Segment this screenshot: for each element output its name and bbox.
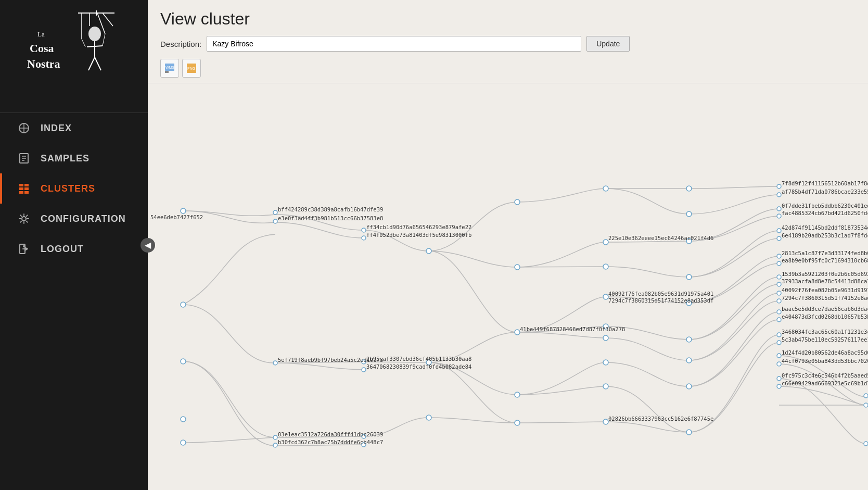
svg-text:7f8d9f12f41156512b60ab17f8d85f: 7f8d9f12f41156512b60ab17f8d85fe9: [782, 180, 868, 186]
svg-rect-25: [24, 184, 29, 186]
svg-point-50: [362, 236, 366, 240]
svg-point-96: [777, 341, 781, 345]
svg-point-83: [777, 207, 781, 211]
svg-point-55: [426, 248, 431, 254]
svg-point-97: [777, 354, 781, 358]
svg-point-90: [777, 282, 781, 286]
png-export-button[interactable]: PNG: [182, 59, 201, 78]
sidebar-item-logout-label: LOGOUT: [41, 244, 84, 255]
sidebar-item-samples[interactable]: SAMPLES: [0, 143, 148, 173]
svg-text:41be449f687828466ed7d87f0f30a2: 41be449f687828466ed7d87f0f30a278: [520, 326, 625, 332]
sidebar-item-configuration-label: CONFIGURATION: [41, 213, 126, 224]
svg-point-43: [181, 440, 186, 445]
svg-point-30: [22, 217, 26, 221]
svg-point-75: [686, 274, 692, 280]
svg-text:WMS: WMS: [165, 66, 174, 69]
sidebar-collapse-button[interactable]: ◀: [141, 238, 155, 253]
sidebar-nav: INDEX SAMPLES: [0, 113, 148, 264]
svg-rect-36: [165, 71, 169, 73]
update-button[interactable]: Update: [586, 36, 630, 52]
svg-text:1d24f4d20b80562de46a8ac95d0f8c: 1d24f4d20b80562de46a8ac95d0f8c2: [782, 349, 868, 356]
svg-point-64: [603, 240, 608, 245]
svg-rect-24: [19, 184, 23, 186]
svg-point-103: [864, 442, 868, 446]
svg-point-98: [777, 362, 781, 366]
svg-rect-26: [19, 187, 23, 190]
svg-point-99: [777, 376, 781, 381]
svg-text:La: La: [37, 30, 45, 38]
sidebar-item-index[interactable]: INDEX: [0, 113, 148, 143]
top-bar: View cluster Description: Update WMS PNG: [148, 0, 868, 83]
svg-text:0fc975c3c4e6c546b4f2b5aaed50dd: 0fc975c3c4e6c546b4f2b5aaed50dd78: [782, 372, 868, 379]
svg-point-60: [515, 330, 520, 335]
svg-rect-28: [19, 191, 23, 194]
svg-text:bff424289c38d389a8cafb16b47dfe: bff424289c38d389a8cafb16b47dfe39: [278, 206, 383, 212]
svg-text:ff34cb1d90d76a656546293e879afe: ff34cb1d90d76a656546293e879afe22: [366, 224, 471, 230]
svg-point-100: [777, 384, 781, 388]
svg-line-6: [103, 13, 113, 26]
svg-point-49: [362, 228, 366, 232]
svg-text:44cf0793e05ba843dd53bbc7020e0f: 44cf0793e05ba843dd53bbc7020e0f1c: [782, 358, 868, 364]
svg-text:2b95caf3307ebd36cf405b1133b30a: 2b95caf3307ebd36cf405b1133b30aa8: [366, 356, 471, 362]
svg-point-89: [777, 275, 781, 279]
configuration-icon: [17, 213, 31, 224]
sidebar-item-logout[interactable]: LOGOUT: [0, 234, 148, 264]
svg-point-65: [603, 264, 608, 269]
svg-point-86: [777, 236, 781, 241]
sidebar-item-index-label: INDEX: [41, 123, 72, 134]
sidebar-item-clusters[interactable]: CLUSTERS: [0, 173, 148, 204]
svg-point-80: [686, 430, 692, 435]
svg-point-84: [777, 214, 781, 218]
sidebar-item-samples-label: SAMPLES: [41, 153, 90, 164]
svg-text:e404873d3fcd0268db10657b53bdab: e404873d3fcd0268db10657b53bdab64: [782, 313, 868, 320]
logo-area: La Cosa Nostra: [0, 0, 148, 113]
svg-point-57: [426, 415, 431, 420]
wms-export-button[interactable]: WMS: [160, 59, 179, 78]
svg-line-12: [82, 39, 85, 47]
svg-point-71: [603, 419, 608, 424]
svg-point-92: [777, 299, 781, 303]
svg-point-91: [777, 291, 781, 295]
svg-point-101: [864, 394, 868, 398]
svg-text:5c3ab475be110ec592576117ee1388: 5c3ab475be110ec592576117ee1388e01: [782, 336, 868, 343]
svg-point-33: [23, 245, 25, 247]
svg-point-59: [515, 265, 520, 270]
svg-point-93: [777, 310, 781, 314]
svg-rect-29: [24, 191, 29, 194]
svg-text:40092f76fea082b05e9631d91975a4: 40092f76fea082b05e9631d91975a401: [608, 291, 713, 297]
svg-text:225e10e362eeee15ec64246ac021f4: 225e10e362eeee15ec64246ac021f4d6: [608, 235, 713, 241]
svg-point-70: [603, 384, 608, 389]
svg-point-47: [273, 435, 277, 439]
description-label: Description:: [160, 40, 201, 48]
svg-point-68: [603, 335, 608, 341]
svg-point-69: [603, 360, 608, 365]
svg-text:02826bb6663337963cc5162e6f8774: 02826bb6663337963cc5162e6f87745e: [608, 416, 713, 422]
svg-text:af785b4df71da0786bcae233e55cf6: af785b4df71da0786bcae233e55cf6c1: [782, 189, 868, 195]
description-input[interactable]: [207, 36, 581, 52]
svg-text:1539b3a5921203f0e2b6c05d692ffa: 1539b3a5921203f0e2b6c05d692ffa27: [782, 271, 868, 277]
svg-text:54ee6deb7427f652: 54ee6deb7427f652: [150, 214, 203, 220]
svg-point-61: [515, 392, 520, 397]
svg-point-48: [273, 443, 277, 447]
graph-area: 54ee6deb7427f652 bff424289c38d389a8cafb1…: [148, 83, 868, 490]
svg-line-11: [95, 57, 101, 70]
svg-text:e3e0f3ad4ff3b981b513cc66b37583: e3e0f3ad4ff3b981b513cc66b37583e8: [278, 215, 383, 221]
sidebar-item-clusters-label: CLUSTERS: [41, 183, 95, 194]
svg-point-58: [515, 199, 520, 205]
svg-point-41: [181, 359, 186, 364]
svg-text:Nostra: Nostra: [27, 57, 60, 70]
sidebar-item-configuration[interactable]: CONFIGURATION: [0, 204, 148, 234]
svg-text:40092f76fea082b05e9631d91975a4: 40092f76fea082b05e9631d91975a401: [782, 287, 868, 293]
page-title: View cluster: [160, 9, 856, 29]
svg-point-44: [273, 210, 277, 215]
svg-text:Cosa: Cosa: [30, 42, 54, 55]
svg-point-82: [777, 193, 781, 197]
svg-point-94: [777, 318, 781, 322]
svg-text:2813c5a1c87f7e3d33174fed8b0988: 2813c5a1c87f7e3d33174fed8b0988a1: [782, 250, 868, 256]
svg-point-95: [777, 333, 781, 337]
svg-point-87: [777, 254, 781, 258]
svg-point-66: [603, 294, 608, 299]
svg-text:7294c7f3860315d51f74152e8ad353: 7294c7f3860315d51f74152e8ad353df: [782, 295, 868, 301]
index-icon: [17, 122, 31, 134]
svg-point-85: [777, 229, 781, 233]
